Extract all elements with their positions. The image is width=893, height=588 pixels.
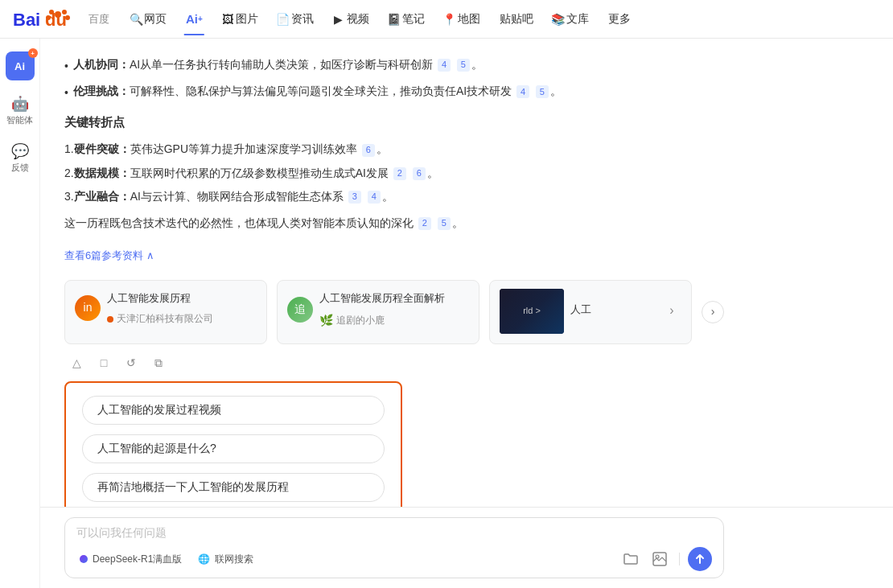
ref-card-1-avatar: in bbox=[75, 295, 101, 321]
ref-card-1[interactable]: in 人工智能发展历程 天津汇柏科技有限公司 bbox=[64, 280, 267, 345]
ref-card-1-source-text: 天津汇柏科技有限公司 bbox=[117, 310, 213, 328]
nav-web[interactable]: 🔍 网页 bbox=[122, 9, 175, 30]
sidebar-item-feedback[interactable]: 💬 反馈 bbox=[4, 138, 36, 179]
main-layout: Ai + 🤖 智能体 💬 反馈 • 人机协同：AI从单一任务执行转向辅助人类决策… bbox=[0, 39, 893, 588]
action-copy-btn[interactable]: ⧉ bbox=[148, 352, 169, 373]
network-icon: 🌐 bbox=[198, 553, 210, 565]
nav-ai[interactable]: Ai+ bbox=[178, 9, 211, 29]
info-icon: 📄 bbox=[278, 14, 289, 25]
numbered-item-1: 1.硬件突破：英伟达GPU等算力提升加速深度学习训练效率 6。 bbox=[64, 139, 724, 159]
numbered-item-2: 2.数据规模：互联网时代积累的万亿级参数模型推动生成式AI发展 2 6。 bbox=[64, 163, 724, 183]
deepseek-option-btn[interactable]: DeepSeek-R1满血版 bbox=[76, 551, 185, 568]
input-options: DeepSeek-R1满血版 🌐 联网搜索 bbox=[76, 551, 257, 568]
nav-items: 🔍 网页 Ai+ 🖼 图片 📄 资讯 ▶ 视频 📓 笔记 📍 地图 贴贴吧 bbox=[122, 9, 880, 30]
sidebar-ai-button[interactable]: Ai + bbox=[6, 51, 35, 80]
folder-btn[interactable] bbox=[619, 548, 642, 570]
bullet-item-1: • 人机协同：AI从单一任务执行转向辅助人类决策，如医疗诊断与科研创新 4 5。 bbox=[64, 55, 724, 76]
nav-info[interactable]: 📄 资讯 bbox=[270, 9, 322, 30]
ref-card-3-title: 人工 bbox=[570, 300, 656, 319]
send-button[interactable] bbox=[688, 547, 712, 571]
ref-badge-6a[interactable]: 6 bbox=[362, 144, 375, 157]
nav-paste-label: 贴贴吧 bbox=[500, 12, 533, 27]
action-square-btn[interactable]: □ bbox=[93, 352, 114, 373]
ref-badge-5b[interactable]: 5 bbox=[536, 85, 549, 98]
ref-card-2-source: 🌿 追剧的小鹿 bbox=[319, 310, 445, 331]
nav-note[interactable]: 📓 笔记 bbox=[381, 9, 433, 30]
bullet-item-2: • 伦理挑战：可解释性、隐私保护与算法偏见等问题引发全球关注，推动负责任AI技术… bbox=[64, 81, 724, 103]
logo-area: Bai du 百度 bbox=[13, 6, 109, 32]
nav-image[interactable]: 🖼 图片 bbox=[214, 9, 266, 30]
summary-text: 这一历程既包含技术迭代的必然性，也体现人类对智能本质认知的深化 2 5。 bbox=[64, 213, 724, 233]
svg-point-6 bbox=[65, 15, 70, 20]
left-sidebar: Ai + 🤖 智能体 💬 反馈 bbox=[0, 39, 40, 588]
ref-badge-2b[interactable]: 2 bbox=[418, 217, 431, 230]
action-icons-row: △ □ ↺ ⧉ bbox=[64, 352, 724, 373]
sidebar-item-robot[interactable]: 🤖 智能体 bbox=[4, 90, 36, 131]
numbered-item-3: 3.产业融合：AI与云计算、物联网结合形成智能生态体系 3 4。 bbox=[64, 187, 724, 207]
ref-card-2[interactable]: 追 人工智能发展历程全面解析 🌿 追剧的小鹿 bbox=[277, 280, 479, 345]
ref-badge-6b[interactable]: 6 bbox=[413, 167, 426, 180]
sidebar-feedback-label: 反馈 bbox=[11, 162, 29, 174]
svg-point-8 bbox=[656, 555, 659, 558]
baidu-cn-label: 百度 bbox=[88, 12, 109, 27]
input-actions bbox=[619, 547, 712, 571]
nav-video[interactable]: ▶ 视频 bbox=[325, 9, 377, 30]
suggestion-btn-1[interactable]: 人工智能的发展过程视频 bbox=[82, 396, 385, 425]
main-content-text: • 人机协同：AI从单一任务执行转向辅助人类决策，如医疗诊断与科研创新 4 5。… bbox=[64, 55, 724, 507]
bottom-input-area: 可以问我任何问题 DeepSeek-R1满血版 🌐 联网搜索 bbox=[40, 507, 893, 588]
nav-paste[interactable]: 贴贴吧 bbox=[492, 9, 541, 30]
action-refresh-btn[interactable]: ↺ bbox=[121, 352, 142, 373]
top-nav: Bai du 百度 🔍 网页 Ai+ 🖼 图片 📄 资讯 ▶ 视频 bbox=[0, 0, 893, 39]
ref-cards-nav-arrow[interactable]: › bbox=[702, 280, 724, 345]
ref-cards-next-btn[interactable]: › bbox=[702, 301, 724, 323]
ref-badge-3[interactable]: 3 bbox=[348, 191, 361, 204]
content-area: • 人机协同：AI从单一任务执行转向辅助人类决策，如医疗诊断与科研创新 4 5。… bbox=[40, 39, 893, 588]
library-icon: 📚 bbox=[553, 14, 564, 25]
ref-badge-4c[interactable]: 4 bbox=[368, 191, 381, 204]
baidu-logo: Bai du bbox=[13, 6, 87, 32]
ref-card-3-content: rld > 人工 › bbox=[500, 289, 681, 334]
ref-badge-2a[interactable]: 2 bbox=[393, 167, 406, 180]
nav-info-label: 资讯 bbox=[291, 12, 314, 27]
suggestions-highlight-box: 人工智能的发展过程视频 人工智能的起源是什么? 再简洁地概括一下人工智能的发展历… bbox=[64, 381, 402, 507]
ref-badge-5c[interactable]: 5 bbox=[438, 217, 451, 230]
bullet-text-1: 人机协同：AI从单一任务执行转向辅助人类决策，如医疗诊断与科研创新 4 5。 bbox=[73, 55, 483, 76]
robot-icon: 🤖 bbox=[11, 95, 29, 113]
nav-library[interactable]: 📚 文库 bbox=[545, 9, 597, 30]
svg-point-2 bbox=[55, 11, 61, 18]
video-icon: ▶ bbox=[333, 14, 344, 25]
ref-badge-5a[interactable]: 5 bbox=[457, 59, 470, 72]
section-title: 关键转折点 bbox=[64, 111, 724, 133]
suggestion-btn-2[interactable]: 人工智能的起源是什么? bbox=[82, 434, 385, 463]
note-icon: 📓 bbox=[389, 14, 400, 25]
nav-web-label: 网页 bbox=[144, 12, 167, 27]
input-divider bbox=[679, 553, 680, 565]
send-icon bbox=[694, 553, 706, 565]
sidebar-ai-label: Ai bbox=[14, 60, 25, 72]
image-upload-btn[interactable] bbox=[648, 548, 671, 570]
view-refs-label: 查看6篇参考资料 bbox=[64, 246, 143, 265]
input-placeholder: 可以问我任何问题 bbox=[76, 526, 712, 541]
ref-badge-4b[interactable]: 4 bbox=[516, 85, 529, 98]
ref-card-2-source-text: 追剧的小鹿 bbox=[336, 312, 385, 330]
ref-card-3-arrow[interactable]: › bbox=[662, 302, 681, 321]
nav-more[interactable]: 更多 bbox=[600, 9, 639, 30]
network-option-btn[interactable]: 🌐 联网搜索 bbox=[195, 551, 257, 568]
svg-point-5 bbox=[46, 15, 51, 20]
action-triangle-btn[interactable]: △ bbox=[66, 352, 87, 373]
scroll-content: • 人机协同：AI从单一任务执行转向辅助人类决策，如医疗诊断与科研创新 4 5。… bbox=[40, 39, 893, 507]
image-upload-icon bbox=[652, 552, 667, 566]
map-icon: 📍 bbox=[444, 14, 455, 25]
ai-plus-label: Ai+ bbox=[186, 12, 203, 26]
view-refs-button[interactable]: 查看6篇参考资料 ∧ bbox=[64, 246, 154, 265]
ref-card-3-image: rld > bbox=[500, 289, 564, 334]
view-refs-arrow-icon: ∧ bbox=[146, 246, 154, 265]
ref-badge-4[interactable]: 4 bbox=[438, 59, 451, 72]
web-icon: 🔍 bbox=[130, 14, 142, 25]
suggestion-btn-3[interactable]: 再简洁地概括一下人工智能的发展历程 bbox=[82, 473, 385, 502]
ref-card-3[interactable]: rld > 人工 › bbox=[489, 280, 692, 345]
nav-map[interactable]: 📍 地图 bbox=[436, 9, 488, 30]
nav-library-label: 文库 bbox=[566, 12, 589, 27]
input-bottom-row: DeepSeek-R1满血版 🌐 联网搜索 bbox=[76, 547, 712, 571]
ref-card-3-info: 人工 bbox=[570, 300, 656, 322]
